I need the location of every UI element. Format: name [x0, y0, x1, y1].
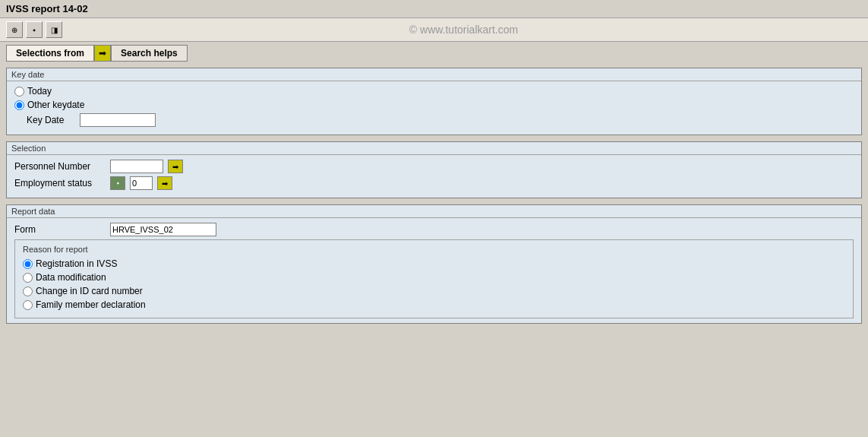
employment-status-row: Employment status ▪ ➡ — [14, 176, 854, 190]
employment-status-green-btn[interactable]: ▪ — [110, 176, 125, 190]
report-data-section: Report data Form Reason for report Regis… — [6, 204, 862, 324]
other-keydate-radio[interactable] — [14, 100, 24, 110]
reason-option-3: Family member declaration — [23, 299, 845, 310]
employment-status-label: Employment status — [14, 178, 106, 188]
today-radio[interactable] — [14, 87, 24, 97]
selection-section-body: Personnel Number ➡ Employment status ▪ ➡ — [7, 155, 861, 198]
key-date-section-title: Key date — [7, 68, 861, 81]
reason-radio-2[interactable] — [23, 287, 33, 296]
title-bar: IVSS report 14-02 — [0, 0, 868, 18]
other-keydate-row: Other keydate — [14, 100, 854, 110]
reason-for-report-subsection: Reason for report Registration in IVSS D… — [14, 239, 854, 318]
form-input[interactable] — [110, 223, 216, 236]
toolbar-btn-1[interactable]: ⊕ — [6, 21, 23, 38]
form-row: Form — [14, 223, 854, 236]
toolbar: ⊕ ▪ ◨ © www.tutorialkart.com — [0, 18, 868, 42]
tab-bar: Selections from ➡ Search helps — [0, 42, 868, 65]
reason-option-2: Change in ID card number — [23, 286, 845, 296]
toolbar-btn-3[interactable]: ◨ — [46, 21, 62, 38]
other-keydate-label: Other keydate — [27, 100, 84, 110]
reason-label-0: Registration in IVSS — [36, 258, 117, 269]
today-label: Today — [27, 86, 52, 97]
today-row: Today — [14, 86, 854, 97]
key-date-section-body: Today Other keydate Key Date — [7, 81, 861, 135]
reason-radio-1[interactable] — [23, 273, 33, 283]
form-label: Form — [14, 224, 106, 235]
tab-search-helps[interactable]: Search helps — [111, 45, 188, 62]
key-date-row: Key Date — [14, 113, 854, 127]
watermark: © www.tutorialkart.com — [65, 24, 862, 36]
report-data-section-title: Report data — [7, 205, 861, 218]
reason-label-2: Change in ID card number — [36, 286, 143, 296]
reason-radio-0[interactable] — [23, 259, 33, 269]
main-content: Key date Today Other keydate Key Date Se… — [0, 65, 868, 333]
reason-radio-3[interactable] — [23, 300, 33, 310]
personnel-number-row: Personnel Number ➡ — [14, 160, 854, 173]
key-date-input[interactable] — [80, 113, 156, 127]
employment-status-arrow-btn[interactable]: ➡ — [157, 176, 172, 190]
key-date-section: Key date Today Other keydate Key Date — [6, 68, 862, 135]
app-title: IVSS report 14-02 — [6, 3, 88, 14]
tab-arrow[interactable]: ➡ — [94, 45, 111, 62]
toolbar-btn-2[interactable]: ▪ — [26, 21, 43, 38]
reason-section-title: Reason for report — [23, 245, 845, 254]
reason-label-3: Family member declaration — [36, 299, 146, 310]
report-data-section-body: Form Reason for report Registration in I… — [7, 218, 861, 323]
selection-section-title: Selection — [7, 142, 861, 155]
reason-option-0: Registration in IVSS — [23, 258, 845, 269]
key-date-label: Key Date — [14, 115, 75, 125]
reason-option-1: Data modification — [23, 272, 845, 283]
personnel-number-arrow-btn[interactable]: ➡ — [168, 160, 183, 173]
employment-status-input[interactable] — [130, 176, 153, 190]
selection-section: Selection Personnel Number ➡ Employment … — [6, 141, 862, 198]
reason-label-1: Data modification — [36, 272, 106, 283]
tab-selections-from[interactable]: Selections from — [6, 45, 94, 62]
personnel-number-input[interactable] — [110, 160, 163, 173]
personnel-number-label: Personnel Number — [14, 161, 106, 172]
